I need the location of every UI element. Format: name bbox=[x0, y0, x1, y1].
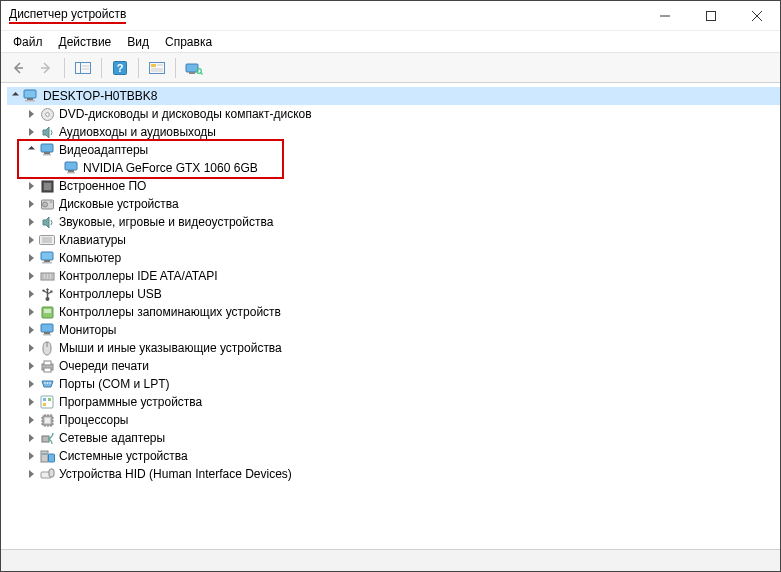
tree-category-label: Звуковые, игровые и видеоустройства bbox=[59, 213, 273, 231]
svg-rect-13 bbox=[151, 64, 156, 67]
chevron-right-icon[interactable] bbox=[25, 254, 37, 262]
chevron-right-icon[interactable] bbox=[25, 218, 37, 226]
tree-category-label: Контроллеры USB bbox=[59, 285, 162, 303]
audio-icon bbox=[39, 214, 55, 230]
chevron-down-icon[interactable] bbox=[25, 149, 37, 152]
ide-icon bbox=[39, 268, 55, 284]
menu-file[interactable]: Файл bbox=[5, 33, 51, 51]
chevron-right-icon[interactable] bbox=[25, 362, 37, 370]
menu-view[interactable]: Вид bbox=[119, 33, 157, 51]
show-hide-tree-button[interactable] bbox=[70, 56, 96, 80]
tree-category[interactable]: Очереди печати bbox=[7, 357, 780, 375]
tree-category-label: Очереди печати bbox=[59, 357, 149, 375]
chevron-right-icon[interactable] bbox=[25, 434, 37, 442]
svg-point-62 bbox=[44, 382, 46, 384]
tree-category-label: Клавиатуры bbox=[59, 231, 126, 249]
chevron-right-icon[interactable] bbox=[25, 344, 37, 352]
chevron-right-icon[interactable] bbox=[25, 236, 37, 244]
cpu-icon bbox=[39, 412, 55, 428]
menu-action[interactable]: Действие bbox=[51, 33, 120, 51]
tree-category[interactable]: Клавиатуры bbox=[7, 231, 780, 249]
chevron-right-icon[interactable] bbox=[25, 200, 37, 208]
tree-category[interactable]: Аудиовходы и аудиовыходы bbox=[7, 123, 780, 141]
chevron-right-icon[interactable] bbox=[25, 182, 37, 190]
tree-category[interactable]: Компьютер bbox=[7, 249, 780, 267]
chevron-right-icon[interactable] bbox=[25, 272, 37, 280]
svg-line-20 bbox=[201, 72, 203, 74]
tree-category[interactable]: Процессоры bbox=[7, 411, 780, 429]
tree-category[interactable]: Сетевые адаптеры bbox=[7, 429, 780, 447]
toolbar: ? bbox=[1, 53, 780, 83]
chevron-right-icon[interactable] bbox=[25, 308, 37, 316]
chevron-right-icon[interactable] bbox=[25, 380, 37, 388]
tree-category[interactable]: DVD-дисководы и дисководы компакт-дисков bbox=[7, 105, 780, 123]
tree-device-label: NVIDIA GeForce GTX 1060 6GB bbox=[83, 159, 258, 177]
chevron-right-icon[interactable] bbox=[25, 128, 37, 136]
chevron-right-icon[interactable] bbox=[25, 470, 37, 478]
device-tree[interactable]: DESKTOP-H0TBBK8 DVD-дисководы и дисковод… bbox=[1, 83, 780, 549]
menu-help[interactable]: Справка bbox=[157, 33, 220, 51]
tree-category[interactable]: Системные устройства bbox=[7, 447, 780, 465]
tree-category[interactable]: Устройства HID (Human Interface Devices) bbox=[7, 465, 780, 483]
tree-category[interactable]: Звуковые, игровые и видеоустройства bbox=[7, 213, 780, 231]
svg-rect-61 bbox=[44, 368, 51, 372]
tree-category[interactable]: Контроллеры USB bbox=[7, 285, 780, 303]
tree-category[interactable]: Дисковые устройства bbox=[7, 195, 780, 213]
help-button[interactable]: ? bbox=[107, 56, 133, 80]
software-icon bbox=[39, 394, 55, 410]
properties-button[interactable] bbox=[144, 56, 170, 80]
scan-hardware-button[interactable] bbox=[181, 56, 207, 80]
tree-category[interactable]: Видеоадаптеры bbox=[7, 141, 780, 159]
storage-icon bbox=[39, 304, 55, 320]
chevron-right-icon[interactable] bbox=[25, 326, 37, 334]
chevron-right-icon[interactable] bbox=[25, 416, 37, 424]
tree-category[interactable]: Мониторы bbox=[7, 321, 780, 339]
svg-point-35 bbox=[42, 202, 47, 207]
mouse-icon bbox=[39, 340, 55, 356]
svg-rect-21 bbox=[24, 90, 36, 98]
svg-rect-52 bbox=[50, 290, 52, 292]
close-button[interactable] bbox=[734, 1, 780, 31]
tree-category-label: Порты (COM и LPT) bbox=[59, 375, 170, 393]
chevron-right-icon[interactable] bbox=[25, 110, 37, 118]
monitor-icon bbox=[39, 142, 55, 158]
tree-category[interactable]: Порты (COM и LPT) bbox=[7, 375, 780, 393]
minimize-button[interactable] bbox=[642, 1, 688, 31]
printer-icon bbox=[39, 358, 55, 374]
maximize-button[interactable] bbox=[688, 1, 734, 31]
svg-rect-60 bbox=[44, 361, 51, 365]
tree-category-label: DVD-дисководы и дисководы компакт-дисков bbox=[59, 105, 312, 123]
svg-rect-84 bbox=[41, 451, 48, 462]
tree-category[interactable]: Контроллеры IDE ATA/ATAPI bbox=[7, 267, 780, 285]
chevron-down-icon[interactable] bbox=[9, 95, 21, 98]
monitor-icon bbox=[39, 322, 55, 338]
port-icon bbox=[39, 376, 55, 392]
forward-button[interactable] bbox=[33, 56, 59, 80]
svg-rect-65 bbox=[41, 396, 53, 408]
tree-root[interactable]: DESKTOP-H0TBBK8 bbox=[7, 87, 780, 105]
svg-rect-41 bbox=[41, 252, 53, 260]
tree-category[interactable]: Встроенное ПО bbox=[7, 177, 780, 195]
titlebar: Диспетчер устройств bbox=[1, 1, 780, 31]
tree-category-label: Встроенное ПО bbox=[59, 177, 146, 195]
hid-icon bbox=[39, 466, 55, 482]
usb-icon bbox=[39, 286, 55, 302]
chevron-right-icon[interactable] bbox=[25, 290, 37, 298]
system-icon bbox=[39, 448, 55, 464]
tree-category[interactable]: Программные устройства bbox=[7, 393, 780, 411]
svg-rect-54 bbox=[44, 309, 51, 313]
svg-rect-66 bbox=[43, 398, 46, 401]
chevron-right-icon[interactable] bbox=[25, 398, 37, 406]
tree-category[interactable]: Мыши и иные указывающие устройства bbox=[7, 339, 780, 357]
tree-category-label: Устройства HID (Human Interface Devices) bbox=[59, 465, 292, 483]
computer-icon bbox=[23, 88, 39, 104]
back-button[interactable] bbox=[5, 56, 31, 80]
tree-device[interactable]: NVIDIA GeForce GTX 1060 6GB bbox=[7, 159, 780, 177]
monitor-icon bbox=[63, 160, 79, 176]
svg-rect-85 bbox=[42, 453, 47, 455]
tree-category-label: Процессоры bbox=[59, 411, 129, 429]
statusbar bbox=[1, 549, 780, 571]
tree-category[interactable]: Контроллеры запоминающих устройств bbox=[7, 303, 780, 321]
svg-rect-6 bbox=[76, 62, 91, 73]
chevron-right-icon[interactable] bbox=[25, 452, 37, 460]
